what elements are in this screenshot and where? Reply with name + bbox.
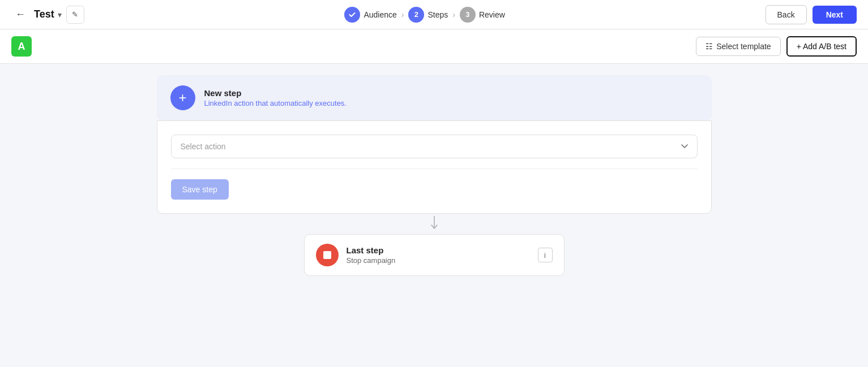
back-button[interactable]: Back (766, 5, 807, 24)
step-label-steps: Steps (427, 10, 448, 19)
title-chevron-icon[interactable]: ▾ (58, 10, 62, 19)
step-label-audience: Audience (364, 10, 396, 19)
next-button[interactable]: Next (813, 6, 857, 24)
template-icon: ☷ (705, 42, 713, 51)
new-step-title: New step (204, 88, 347, 98)
header: ← Test ▾ ✎ Audience › 2 Steps › 3 (0, 0, 868, 29)
last-step-title: Last step (347, 245, 530, 255)
action-select[interactable]: Select action (171, 135, 698, 158)
step-item-steps: 2 Steps (408, 7, 448, 23)
header-left: ← Test ▾ ✎ (11, 6, 84, 24)
stop-icon (316, 244, 339, 266)
back-arrow-button[interactable]: ← (11, 6, 29, 24)
plus-icon: + (178, 90, 186, 106)
step-arrow-1: › (401, 10, 404, 19)
step-item-audience: Audience (344, 7, 396, 23)
main-content: + New step LinkedIn action that automati… (0, 64, 868, 366)
last-step-subtitle: Stop campaign (347, 256, 530, 265)
divider (171, 169, 698, 169)
new-step-text: New step LinkedIn action that automatica… (204, 88, 347, 107)
pencil-icon: ✎ (72, 10, 78, 19)
down-arrow-icon (430, 216, 438, 232)
add-ab-test-button[interactable]: + Add A/B test (786, 36, 857, 57)
action-card: Select action Save step (157, 120, 712, 214)
step-circle-steps: 2 (408, 7, 424, 23)
info-icon[interactable]: i (538, 248, 553, 262)
step-circle-audience (344, 7, 360, 23)
step-label-review: Review (479, 10, 505, 19)
select-template-button[interactable]: ☷ Select template (696, 37, 781, 56)
save-step-button[interactable]: Save step (171, 179, 229, 200)
avatar: A (11, 36, 32, 57)
title-group: Test ▾ (34, 8, 62, 20)
step-circle-review: 3 (460, 7, 476, 23)
last-step-card: Last step Stop campaign i (304, 234, 565, 276)
new-step-subtitle: LinkedIn action that automatically execu… (204, 99, 347, 107)
connector-arrow (430, 214, 438, 234)
step-item-review: 3 Review (460, 7, 505, 23)
step-arrow-2: › (452, 10, 455, 19)
stop-square-icon (323, 251, 331, 259)
stepper: Audience › 2 Steps › 3 Review (344, 7, 504, 23)
checkmark-icon (348, 11, 356, 19)
new-step-card: + New step LinkedIn action that automati… (157, 75, 712, 120)
header-right: Back Next (766, 5, 857, 24)
last-step-text: Last step Stop campaign (347, 245, 530, 265)
edit-title-button[interactable]: ✎ (66, 6, 84, 24)
toolbar-right: ☷ Select template + Add A/B test (696, 36, 857, 57)
page-title: Test (34, 8, 54, 20)
toolbar: A ☷ Select template + Add A/B test (0, 29, 868, 64)
add-step-button[interactable]: + (170, 85, 195, 110)
